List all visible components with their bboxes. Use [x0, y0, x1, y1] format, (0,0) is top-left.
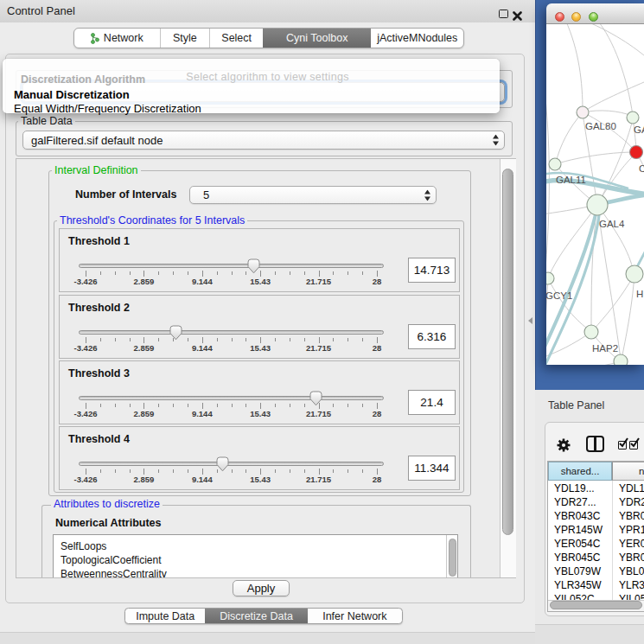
attributes-list-scrollbar-thumb[interactable]: [449, 539, 456, 577]
tab-select[interactable]: Select: [210, 29, 263, 48]
dropdown-item-equal-width[interactable]: Equal Width/Frequency Discretization: [14, 102, 201, 115]
network-window[interactable]: GAL80GACGAL11GAL4GCY1HHAP2: [546, 3, 644, 365]
minimize-traffic-light-icon[interactable]: [571, 12, 581, 22]
apply-button[interactable]: Apply: [233, 580, 290, 596]
slider-tick: [290, 469, 290, 473]
dropdown-prompt-item[interactable]: Select algorithm to view settings: [3, 71, 500, 83]
close-traffic-light-icon[interactable]: [555, 12, 564, 22]
threshold-value-field[interactable]: 6.316: [408, 324, 456, 349]
attribute-item-topologicalcoefficient[interactable]: TopologicalCoefficient: [54, 554, 457, 568]
tab-jactivemnodules[interactable]: jActiveMNodules: [371, 29, 463, 48]
threshold-slider-track[interactable]: [79, 396, 384, 400]
table-hscrollbar-thumb[interactable]: [550, 601, 642, 609]
tab-style[interactable]: Style: [161, 29, 211, 48]
network-node-gal80[interactable]: [577, 106, 589, 118]
slider-tick: [377, 271, 378, 277]
threshold-slider-track[interactable]: [79, 330, 384, 335]
dropdown-item-manual-discretization[interactable]: Manual Discretization: [14, 88, 130, 101]
threshold-slider-thumb[interactable]: [169, 325, 182, 341]
network-node-label: HAP2: [592, 343, 618, 354]
threshold-value-field[interactable]: 11.344: [408, 456, 456, 481]
close-icon[interactable]: [513, 9, 522, 18]
table-data-group-title: Table Data: [18, 116, 75, 127]
number-of-intervals-combobox[interactable]: 5: [189, 186, 437, 204]
slider-tick: [377, 469, 378, 475]
cell-name[interactable]: YDL194W: [619, 482, 644, 494]
cell-shared-name[interactable]: YBR045C: [554, 552, 611, 564]
table-data-combobox[interactable]: galFiltered.sif default node: [22, 131, 505, 150]
network-node-h[interactable]: [626, 265, 643, 283]
tab-network[interactable]: Network: [74, 29, 161, 48]
tab-label: jActiveMNodules: [377, 32, 457, 44]
column-header-shared-name[interactable]: shared...: [548, 462, 612, 481]
cell-shared-name[interactable]: YPR145W: [554, 524, 611, 536]
zoom-traffic-light-icon[interactable]: [589, 12, 598, 22]
cell-shared-name[interactable]: YER054C: [554, 538, 611, 550]
slider-tick: [86, 469, 86, 475]
settings-scrollbar-thumb[interactable]: [502, 169, 513, 535]
network-edge: [622, 274, 634, 360]
slider-tick: [362, 404, 363, 407]
network-node-ga[interactable]: [627, 112, 639, 124]
threshold-slider-track[interactable]: [79, 264, 384, 268]
threshold-slider-track[interactable]: [79, 462, 384, 466]
slider-tick: [362, 469, 363, 473]
attributes-list-scrollbar[interactable]: [446, 535, 457, 577]
slider-tick: [202, 271, 203, 277]
slider-tick: [348, 338, 348, 341]
attribute-item-betweennesscentrality[interactable]: BetweennessCentrality: [54, 568, 457, 577]
slider-tick-label: 21.715: [306, 343, 331, 353]
network-node-hap2[interactable]: [584, 325, 598, 339]
network-node[interactable]: [614, 354, 628, 365]
network-edge: [556, 112, 583, 163]
cell-name[interactable]: YBR043C: [619, 510, 644, 522]
cell-name[interactable]: YBL079W: [619, 565, 644, 577]
slider-tick: [304, 404, 305, 407]
numerical-attributes-list[interactable]: SelfLoopsTopologicalCoefficientBetweenne…: [53, 534, 458, 577]
select-all-rows-icon[interactable]: [629, 441, 638, 450]
network-canvas[interactable]: GAL80GACGAL11GAL4GCY1HHAP2: [546, 24, 644, 365]
slider-tick: [188, 271, 188, 275]
slider-tick: [362, 271, 363, 275]
slider-tick: [158, 271, 159, 275]
cell-shared-name[interactable]: YDL19...: [554, 482, 611, 494]
cell-name[interactable]: YLR345W: [619, 579, 644, 591]
bottom-tab-infer-network[interactable]: Infer Network: [308, 609, 402, 623]
column-header-name[interactable]: name: [612, 462, 644, 481]
network-node-gcy1[interactable]: [546, 272, 554, 284]
slider-tick: [188, 404, 188, 407]
cell-shared-name[interactable]: YBR043C: [554, 510, 611, 522]
cell-shared-name[interactable]: YDR27...: [554, 496, 611, 508]
cell-name[interactable]: YER054C: [619, 538, 644, 550]
bottom-tab-impute-data[interactable]: Impute Data: [125, 609, 205, 623]
bottom-tab-discretize-data[interactable]: Discretize Data: [205, 609, 307, 623]
gear-icon[interactable]: [557, 438, 571, 452]
splitter-collapse-icon[interactable]: [528, 317, 532, 324]
slider-tick-label: 9.144: [192, 475, 213, 484]
tab-cyni-toolbox[interactable]: Cyni Toolbox: [263, 29, 371, 48]
network-node-c[interactable]: [630, 146, 643, 159]
slider-tick: [275, 338, 276, 341]
network-node-gal11[interactable]: [549, 158, 561, 170]
cell-shared-name[interactable]: YBL079W: [554, 565, 611, 577]
cell-name[interactable]: YPR145W: [619, 524, 644, 536]
select-all-columns-icon[interactable]: [618, 441, 627, 450]
threshold-value-field[interactable]: 21.4: [408, 390, 456, 415]
cell-name[interactable]: YDR277C: [619, 496, 644, 508]
slider-tick: [202, 469, 203, 475]
cell-name[interactable]: YBR045C: [619, 552, 644, 564]
threshold-slider-thumb[interactable]: [216, 456, 229, 472]
columns-icon[interactable]: [586, 436, 604, 452]
attribute-item-selfloops[interactable]: SelfLoops: [54, 540, 457, 554]
threshold-slider-thumb[interactable]: [247, 258, 260, 274]
slider-tick: [86, 403, 86, 409]
threshold-panel-2: Threshold 2-3.4262.8599.14415.4321.71528…: [59, 295, 460, 359]
attributes-group-title: Attributes to discretize: [51, 499, 163, 510]
slider-tick: [173, 469, 174, 473]
threshold-value-field[interactable]: 14.713: [408, 258, 456, 283]
threshold-slider-thumb[interactable]: [309, 391, 322, 406]
network-node-label: GA: [634, 124, 644, 135]
cell-shared-name[interactable]: YLR345W: [554, 579, 611, 591]
float-window-icon[interactable]: [499, 10, 508, 18]
network-node-gal4[interactable]: [587, 194, 608, 215]
